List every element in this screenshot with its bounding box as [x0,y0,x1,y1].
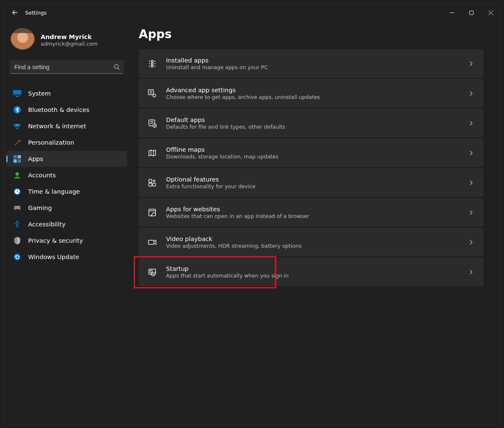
card-desc: Downloads, storage location, map updates [166,153,278,160]
card-advanced-app-settings[interactable]: Advanced app settings Choose where to ge… [139,79,483,107]
card-optional-features[interactable]: Optional features Extra functionality fo… [139,169,483,197]
settings-window: Settings Andrew Myrick admyrick@gmail.co… [3,3,501,425]
maximize-button[interactable] [462,4,481,21]
svg-rect-4 [16,96,19,97]
profile[interactable]: Andrew Myrick admyrick@gmail.com [4,26,130,60]
card-title: Startup [166,265,288,272]
card-title: Installed apps [166,57,268,64]
update-icon [13,253,21,261]
minimize-icon [450,10,455,15]
sidebar-item-gaming[interactable]: Gaming [6,200,127,216]
titlebar: Settings [4,4,500,21]
installed-apps-icon [148,59,157,68]
sidebar-item-windows-update[interactable]: Windows Update [6,249,127,265]
sidebar-item-label: Accounts [28,172,56,179]
svg-point-6 [19,140,20,141]
card-apps-for-websites[interactable]: Apps for websites Websites that can open… [139,198,483,226]
card-text: Advanced app settings Choose where to ge… [166,87,320,100]
personalization-icon [13,138,21,147]
svg-point-1 [114,65,118,68]
card-title: Advanced app settings [166,87,320,93]
back-button[interactable] [6,4,23,21]
sidebar-item-system[interactable]: System [6,86,127,101]
window-controls [442,4,500,21]
svg-point-14 [18,207,19,208]
video-icon [148,238,157,247]
sidebar-item-label: Personalization [28,139,74,146]
svg-rect-25 [149,179,152,182]
wifi-icon [13,122,21,130]
card-offline-maps[interactable]: Offline maps Downloads, storage location… [139,139,483,167]
sidebar-item-label: Gaming [28,205,52,211]
sidebar-item-privacy[interactable]: Privacy & security [6,233,127,249]
svg-point-11 [16,172,19,176]
sidebar-item-bluetooth[interactable]: Bluetooth & devices [6,102,127,118]
svg-rect-3 [13,94,21,96]
apps-websites-icon [148,208,157,217]
sidebar-item-apps[interactable]: Apps [6,151,127,167]
window-title: Settings [25,10,47,16]
svg-rect-21 [148,90,153,95]
sidebar-item-label: System [28,90,51,97]
profile-email: admyrick@gmail.com [41,41,98,47]
accounts-icon [13,171,21,179]
maximize-icon [469,10,474,15]
search-box[interactable] [10,60,124,74]
svg-rect-8 [18,155,21,158]
chevron-right-icon [468,120,474,126]
bluetooth-icon [13,106,21,114]
sidebar-item-label: Apps [28,156,43,162]
chevron-right-icon [468,91,474,96]
svg-rect-26 [149,183,152,186]
card-desc: Choose where to get apps, archive apps, … [166,94,320,100]
svg-point-17 [14,254,21,260]
card-title: Default apps [166,117,285,123]
back-arrow-icon [11,9,18,16]
chevron-right-icon [468,61,474,67]
svg-rect-28 [149,209,156,216]
svg-rect-0 [470,11,473,15]
card-default-apps[interactable]: Default apps Defaults for file and link … [139,109,483,137]
card-installed-apps[interactable]: Installed apps Uninstall and manage apps… [139,49,483,78]
sidebar-item-label: Network & internet [28,123,86,130]
sidebar-item-label: Bluetooth & devices [28,106,89,113]
card-startup[interactable]: Startup Apps that start automatically wh… [139,258,483,286]
svg-point-16 [16,221,18,223]
card-video-playback[interactable]: Video playback Video adjustments, HDR st… [139,228,483,256]
optional-features-icon [148,178,157,187]
card-text: Default apps Defaults for file and link … [166,117,285,130]
nav-list: System Bluetooth & devices Network & int… [4,78,130,265]
card-title: Video playback [166,236,301,242]
sidebar-item-network[interactable]: Network & internet [6,118,127,134]
card-title: Optional features [166,176,255,183]
card-text: Video playback Video adjustments, HDR st… [166,236,301,249]
sidebar-item-time[interactable]: Time & language [6,184,127,200]
avatar [10,28,35,52]
profile-name: Andrew Myrick [41,34,98,40]
card-desc: Websites that can open in an app instead… [166,213,309,219]
card-desc: Apps that start automatically when you s… [166,272,288,279]
card-title: Offline maps [166,146,278,153]
sidebar-item-accounts[interactable]: Accounts [6,167,127,183]
cards-list: Installed apps Uninstall and manage apps… [139,49,483,286]
chevron-right-icon [468,239,474,245]
chevron-right-icon [468,210,474,215]
profile-text: Andrew Myrick admyrick@gmail.com [41,34,98,47]
close-button[interactable] [481,4,500,21]
minimize-button[interactable] [442,4,462,21]
sidebar-item-personalization[interactable]: Personalization [6,135,127,150]
search-wrap [4,60,130,78]
card-text: Offline maps Downloads, storage location… [166,146,278,160]
svg-rect-19 [151,63,153,65]
svg-rect-9 [13,159,17,163]
svg-rect-10 [18,159,21,163]
chevron-right-icon [468,180,474,186]
sidebar-item-label: Windows Update [28,254,79,260]
card-desc: Extra functionality for your device [166,183,255,189]
svg-point-15 [15,207,16,208]
chevron-right-icon [468,269,474,275]
close-icon [488,10,493,15]
sidebar-item-accessibility[interactable]: Accessibility [6,216,127,232]
shield-icon [13,236,21,245]
search-input[interactable] [14,64,111,70]
